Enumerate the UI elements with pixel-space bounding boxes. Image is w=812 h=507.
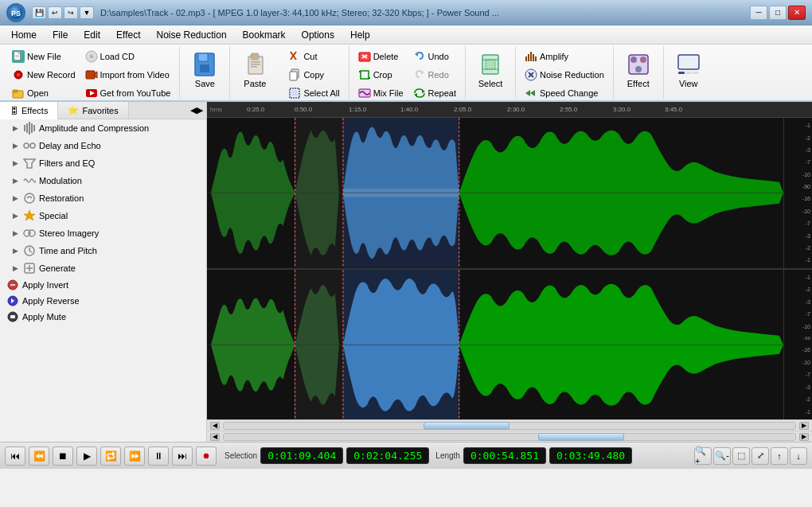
- play-loop-button[interactable]: 🔁: [100, 447, 121, 466]
- zoom-waveform-in-button[interactable]: ↑: [771, 447, 788, 465]
- noise-reduction-button[interactable]: Noise Reduction: [521, 66, 608, 84]
- crop-button[interactable]: Crop: [354, 66, 408, 84]
- apply-reverse-item[interactable]: Apply Reverse: [0, 293, 206, 309]
- zoom-selection-button[interactable]: ⬚: [732, 447, 750, 465]
- apply-mute-icon: [6, 310, 19, 323]
- save-button[interactable]: Save: [186, 48, 223, 92]
- import-from-video-button[interactable]: Import from Video: [81, 66, 175, 84]
- sidebar-item-delay[interactable]: ▶ Delay and Echo: [0, 137, 206, 154]
- scroll-thumb-1[interactable]: [424, 422, 509, 430]
- zoom-fit-button[interactable]: ⤢: [751, 447, 769, 465]
- expand-stereo-icon: ▶: [13, 229, 18, 237]
- sidebar-item-modulation[interactable]: ▶ Modulation: [0, 172, 206, 189]
- rewind-button[interactable]: ⏪: [29, 447, 49, 466]
- speed-change-button[interactable]: Speed Change: [521, 84, 608, 102]
- load-cd-button[interactable]: Load CD: [81, 48, 175, 65]
- get-youtube-button[interactable]: Get from YouTube: [81, 84, 175, 102]
- effects-label: Effects: [21, 106, 48, 115]
- delete-label: Delete: [373, 52, 399, 61]
- fast-forward-button[interactable]: ⏩: [124, 447, 145, 466]
- h-scrollbar-2[interactable]: ◀ ▶: [207, 431, 812, 442]
- scroll-track-2[interactable]: [223, 433, 796, 441]
- save-quick-btn[interactable]: 💾: [32, 6, 46, 19]
- svg-rect-61: [678, 72, 685, 74]
- scroll-left-btn-2[interactable]: ◀: [210, 433, 220, 441]
- select-all-button[interactable]: Select All: [284, 84, 343, 102]
- apply-invert-item[interactable]: Apply Invert: [0, 277, 206, 293]
- new-record-button[interactable]: New Record: [8, 66, 80, 84]
- amplify-button[interactable]: Amplify: [521, 48, 608, 65]
- scroll-right-btn-2[interactable]: ▶: [799, 433, 809, 441]
- play-button[interactable]: ▶: [76, 447, 97, 466]
- close-button[interactable]: ✕: [788, 6, 806, 20]
- menu-file[interactable]: File: [45, 26, 76, 44]
- window-title: D:\samples\Track - 02.mp3 - [ MPEG 1.0 l…: [100, 8, 750, 18]
- open-button[interactable]: Open: [8, 84, 80, 102]
- new-file-button[interactable]: New File: [8, 48, 80, 65]
- effect-button[interactable]: Effect: [620, 48, 657, 92]
- zoom-out-button[interactable]: 🔍-: [713, 447, 731, 465]
- menu-quick-btn[interactable]: ▼: [80, 6, 94, 19]
- scroll-track-1[interactable]: [223, 422, 796, 430]
- undo-quick-btn[interactable]: ↩: [48, 6, 62, 19]
- menu-options[interactable]: Options: [294, 26, 342, 44]
- menu-noise-reduction[interactable]: Noise Reduction: [149, 26, 235, 44]
- menu-effect[interactable]: Effect: [108, 26, 148, 44]
- minimize-button[interactable]: ─: [750, 6, 767, 20]
- svg-marker-73: [24, 210, 35, 220]
- repeat-button[interactable]: Repeat: [409, 84, 460, 102]
- cut-button[interactable]: Cut: [284, 48, 343, 65]
- zoom-waveform-out-button[interactable]: ↓: [790, 447, 807, 465]
- restoration-label: Restoration: [39, 193, 84, 203]
- maximize-button[interactable]: □: [769, 6, 787, 20]
- sidebar-item-stereo[interactable]: ▶ Stereo Imagery: [0, 224, 206, 242]
- selection-end-time: 0:02:04.255: [346, 447, 429, 464]
- record-button[interactable]: ⏺: [196, 447, 217, 466]
- menu-edit[interactable]: Edit: [76, 26, 108, 44]
- youtube-icon: [85, 87, 98, 99]
- copy-button[interactable]: Copy: [284, 66, 343, 84]
- sidebar-item-generate[interactable]: ▶ Generate: [0, 259, 206, 277]
- redo-quick-btn[interactable]: ↪: [64, 6, 78, 19]
- zoom-in-button[interactable]: 🔍+: [694, 447, 712, 465]
- amplify-icon: [525, 50, 537, 63]
- editing-buttons: Delete Crop Mix File: [354, 48, 460, 102]
- stop-button[interactable]: ⏹: [53, 447, 73, 466]
- main-content: 🎛 Effects ⭐ Favorites ◀▶ ▶ Amplitude and…: [0, 102, 812, 442]
- h-scrollbar-1[interactable]: ◀ ▶: [207, 419, 812, 431]
- sidebar-item-restoration[interactable]: ▶ Restoration: [0, 189, 206, 207]
- undo-button[interactable]: Undo: [409, 48, 460, 65]
- pause-button[interactable]: ⏸: [148, 447, 169, 466]
- sidebar-item-amplitude[interactable]: ▶ Amplitude and Compression: [0, 119, 206, 137]
- sidebar-item-special[interactable]: ▶ Special: [0, 207, 206, 224]
- sidebar-item-timeandpitch[interactable]: ▶ Time and Pitch: [0, 242, 206, 259]
- filters-icon: [23, 157, 36, 170]
- scroll-thumb-2[interactable]: [538, 433, 624, 441]
- select-icon: [478, 52, 503, 77]
- tab-favorites[interactable]: ⭐ Favorites: [58, 102, 128, 119]
- sidebar-collapse-btn[interactable]: ◀▶: [187, 102, 206, 119]
- mix-file-button[interactable]: Mix File: [354, 84, 408, 102]
- menu-bookmark[interactable]: Bookmark: [235, 26, 294, 44]
- delete-button[interactable]: Delete: [354, 48, 408, 65]
- waveform-area[interactable]: hms 0:25.0 0:50.0 1:15.0 1:40.0 2:05.0 2…: [207, 102, 812, 442]
- db-scale-top: -1 -2 -3 -7 -10 -90 -16 -10 -7 -3 -2 -1: [783, 118, 812, 268]
- menu-help[interactable]: Help: [342, 26, 378, 44]
- scroll-left-btn[interactable]: ◀: [210, 422, 220, 430]
- zoom-controls: 🔍+ 🔍- ⬚ ⤢ ↑ ↓: [694, 447, 807, 465]
- sidebar-item-filters[interactable]: ▶ Filters and EQ: [0, 154, 206, 172]
- select-button[interactable]: Select: [472, 48, 509, 92]
- scroll-right-btn[interactable]: ▶: [799, 422, 809, 430]
- skip-start-button[interactable]: ⏮: [5, 447, 25, 466]
- skip-end-button[interactable]: ⏭: [172, 447, 193, 466]
- menu-home[interactable]: Home: [3, 26, 45, 44]
- new-record-icon: [12, 68, 25, 81]
- tab-effects[interactable]: 🎛 Effects: [0, 102, 58, 119]
- load-cd-label: Load CD: [100, 52, 135, 61]
- paste-button[interactable]: Paste: [236, 48, 273, 92]
- transport-bar: ⏮ ⏪ ⏹ ▶ 🔁 ⏩ ⏸ ⏭ ⏺ Selection 0:01:09.404 …: [0, 442, 812, 469]
- view-button[interactable]: View: [670, 48, 707, 92]
- waveform-container[interactable]: -1 -2 -3 -7 -10 -90 -16 -10 -7 -3 -2 -1: [207, 118, 812, 419]
- redo-button[interactable]: Redo: [409, 66, 460, 84]
- apply-mute-item[interactable]: Apply Mute: [0, 309, 206, 325]
